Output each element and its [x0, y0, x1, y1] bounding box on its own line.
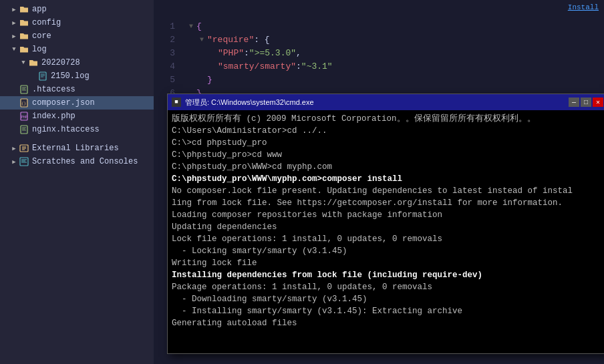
- label-2150log: 2150.log: [51, 71, 90, 81]
- label-composerjson: composer.json: [32, 98, 95, 108]
- cmd-title: 管理员: C:\Windows\system32\cmd.exe: [185, 98, 565, 108]
- cmd-line-13: Loading composer repositories with packa…: [172, 209, 603, 221]
- icon-composerjson: {}: [19, 98, 29, 108]
- arrow-log: ▼: [9, 46, 19, 53]
- cmd-line-16: - Locking smarty/smarty (v3.1.45): [172, 245, 603, 257]
- code-line-5: ▼ }: [186, 73, 599, 87]
- label-indexphp: index.php: [32, 112, 76, 121]
- label-htaccess: .htaccess: [32, 85, 76, 94]
- cmd-line-12: ling from lock file. See https://getcomp…: [172, 197, 603, 209]
- icon-indexphp: PHP: [19, 111, 29, 122]
- icon-app: [19, 4, 29, 15]
- code-line-3: ▼ "PHP": ">=5.3.0",: [186, 47, 599, 60]
- sidebar-item-external-libraries[interactable]: ▶ External Libraries: [0, 142, 154, 155]
- line-num-4: 4: [162, 60, 175, 73]
- sidebar: ▶app▶config▶core▼log▼20220728▶2150.log▶.…: [0, 0, 154, 364]
- cmd-close-button[interactable]: ✕: [593, 98, 603, 107]
- arrow-config: ▶: [9, 19, 19, 27]
- cmd-body: 版版权权所所有有 (c) 2009 Microsoft Corporation。…: [168, 110, 604, 353]
- fold-3: ▼: [207, 47, 218, 60]
- cmd-line-20: - Downloading smarty/smarty (v3.1.45): [172, 293, 603, 305]
- sidebar-item-core[interactable]: ▶core: [0, 29, 154, 43]
- icon-config: [19, 17, 29, 28]
- cmd-line-21: - Installing smarty/smarty (v3.1.45): Ex…: [172, 305, 603, 317]
- cmd-maximize-button[interactable]: □: [581, 98, 591, 107]
- sidebar-item-log-20220728[interactable]: ▼20220728: [0, 56, 154, 69]
- cmd-line-0: 版版权权所所有有 (c) 2009 Microsoft Corporation。…: [172, 113, 603, 125]
- sidebar-item-log[interactable]: ▼log: [0, 43, 154, 56]
- cmd-line-10: C:\phpstudy_pro\WWW\myphp.com>composer i…: [172, 173, 603, 185]
- svg-rect-4: [21, 85, 27, 94]
- arrow-core: ▶: [9, 33, 19, 40]
- icon-2150log: [37, 71, 48, 81]
- arrow-app: ▶: [9, 6, 19, 13]
- label-core: core: [32, 31, 51, 41]
- sidebar-item-composerjson[interactable]: ▶{}composer.json: [0, 96, 154, 110]
- svg-text:PHP: PHP: [21, 115, 29, 119]
- icon-htaccess: [19, 84, 29, 95]
- sidebar-item-2150log[interactable]: ▶2150.log: [0, 69, 154, 83]
- fold-1[interactable]: ▼: [186, 20, 196, 33]
- code-line-1: ▼ {: [186, 20, 599, 33]
- external-libraries-icon: [19, 143, 29, 154]
- svg-text:{}: {}: [21, 101, 26, 106]
- cmd-window: ■ 管理员: C:\Windows\system32\cmd.exe — □ ✕…: [167, 94, 604, 354]
- fold-2[interactable]: ▼: [196, 33, 207, 47]
- cmd-line-8: C:\phpstudy_pro\WWW>cd myphp.com: [172, 161, 603, 173]
- cmd-titlebar: ■ 管理员: C:\Windows\system32\cmd.exe — □ ✕: [168, 94, 604, 110]
- label-log: log: [32, 45, 47, 54]
- external-libraries-arrow: ▶: [9, 145, 19, 152]
- install-link[interactable]: Install: [568, 3, 599, 11]
- file-tree: ▶app▶config▶core▼log▼20220728▶2150.log▶.…: [0, 3, 154, 136]
- sidebar-item-scratches[interactable]: ▶ Scratches and Consoles: [0, 155, 154, 168]
- scratches-arrow: ▶: [9, 158, 19, 166]
- cmd-line-22: Generating autoload files: [172, 317, 603, 329]
- label-config: config: [32, 18, 61, 27]
- sidebar-item-indexphp[interactable]: ▶PHPindex.php: [0, 110, 154, 123]
- icon-log-20220728: [28, 57, 39, 68]
- cmd-icon: ■: [172, 98, 181, 107]
- cmd-line-6: C:\phpstudy_pro>cd www: [172, 149, 603, 161]
- icon-log: [19, 44, 29, 55]
- external-libraries-section: ▶ External Libraries ▶ Scratches and Con…: [0, 142, 154, 168]
- code-line-2: ▼ "require": {: [186, 33, 599, 47]
- scratches-icon: [19, 156, 29, 167]
- fold-4: ▼: [207, 60, 218, 73]
- cmd-line-2: C:\Users\Administrator>cd ../..: [172, 125, 603, 137]
- cmd-line-18: Installing dependencies from lock file (…: [172, 269, 603, 281]
- cmd-line-19: Package operations: 1 install, 0 updates…: [172, 281, 603, 293]
- cmd-controls: — □ ✕: [569, 98, 603, 107]
- cmd-line-14: Updating dependencies: [172, 221, 603, 233]
- icon-core: [19, 31, 29, 41]
- external-libraries-label: External Libraries: [32, 144, 119, 153]
- top-bar: Install: [154, 0, 604, 15]
- label-app: app: [32, 5, 47, 14]
- line-num-2: 2: [162, 33, 175, 47]
- cmd-line-15: Lock file operations: 1 install, 0 updat…: [172, 233, 603, 245]
- scratches-label: Scratches and Consoles: [32, 157, 138, 166]
- label-log-20220728: 20220728: [41, 58, 80, 67]
- sidebar-item-app[interactable]: ▶app: [0, 3, 154, 16]
- cmd-line-11: No composer.lock file present. Updating …: [172, 185, 603, 197]
- line-num-3: 3: [162, 47, 175, 60]
- fold-5: ▼: [196, 73, 207, 87]
- cmd-line-4: C:\>cd phpstudy_pro: [172, 137, 603, 149]
- sidebar-item-nginxhtaccess[interactable]: ▶nginx.htaccess: [0, 123, 154, 136]
- svg-rect-12: [21, 126, 27, 134]
- main-editor-area: Install 1 2 3 4 5 6 ▼ { ▼ "require": { ▼: [154, 0, 604, 364]
- line-num-5: 5: [162, 73, 175, 87]
- label-nginxhtaccess: nginx.htaccess: [32, 125, 100, 134]
- sidebar-item-config[interactable]: ▶config: [0, 16, 154, 29]
- icon-nginxhtaccess: [19, 124, 29, 135]
- cmd-minimize-button[interactable]: —: [569, 98, 579, 107]
- arrow-log-20220728: ▼: [19, 59, 28, 66]
- code-line-4: ▼ "smarty/smarty": "~3.1": [186, 60, 599, 73]
- cmd-line-17: Writing lock file: [172, 257, 603, 269]
- sidebar-item-htaccess[interactable]: ▶.htaccess: [0, 83, 154, 96]
- svg-rect-0: [39, 72, 46, 80]
- svg-rect-20: [20, 158, 28, 166]
- line-num-1: 1: [162, 20, 175, 33]
